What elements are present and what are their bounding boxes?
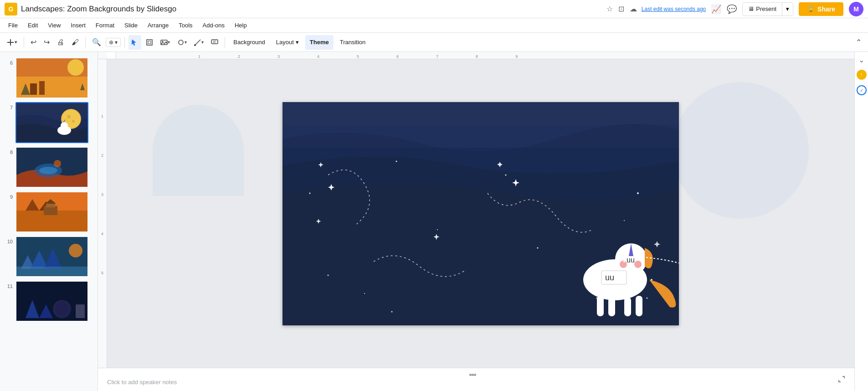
- slide-number-6: 6: [4, 60, 13, 66]
- svg-point-30: [39, 167, 57, 174]
- collapse-toolbar-btn[interactable]: ⌃: [853, 35, 864, 50]
- sidebar-expand-icon[interactable]: ⌄: [858, 56, 864, 64]
- star-icon[interactable]: ☆: [606, 5, 613, 13]
- svg-point-31: [54, 160, 61, 167]
- cloud-icon[interactable]: ☁: [630, 5, 637, 13]
- main-slide[interactable]: uu: [282, 102, 679, 325]
- svg-point-24: [72, 120, 75, 123]
- status-icon[interactable]: ✓: [857, 85, 867, 95]
- svg-point-60: [437, 229, 438, 230]
- svg-marker-2: [132, 40, 136, 46]
- comment-icon[interactable]: 💬: [727, 4, 737, 14]
- zoom-out-button[interactable]: 🔍: [89, 35, 104, 50]
- folder-icon[interactable]: ⊡: [618, 5, 624, 13]
- menu-arrange[interactable]: Arrange: [143, 20, 173, 31]
- menu-file[interactable]: File: [4, 20, 22, 31]
- slide-item-10[interactable]: 10: [0, 234, 98, 279]
- paint-format-button[interactable]: 🖌: [69, 35, 82, 50]
- last-edit[interactable]: Last edit was seconds ago: [642, 6, 706, 12]
- menu-view[interactable]: View: [43, 20, 65, 31]
- print-button[interactable]: 🖨: [54, 35, 67, 50]
- image-button[interactable]: ▾: [158, 35, 173, 50]
- comment-button[interactable]: [208, 35, 221, 50]
- menu-insert[interactable]: Insert: [66, 20, 90, 31]
- transition-btn[interactable]: Transition: [335, 35, 370, 50]
- menu-edit[interactable]: Edit: [23, 20, 42, 31]
- svg-rect-3: [147, 40, 152, 45]
- toolbar: ▾ ↩ ↪ 🖨 🖌 🔍 ⊕ ▾ ▾ ▾ ▾ Background Layout▾…: [0, 33, 868, 52]
- svg-rect-14: [16, 77, 88, 98]
- svg-rect-92: [636, 296, 642, 316]
- slide-number-8: 8: [4, 149, 13, 155]
- menu-bar: File Edit View Insert Format Slide Arran…: [0, 18, 868, 33]
- slide-item-8[interactable]: 8: [0, 145, 98, 190]
- present-button[interactable]: 🖥 Present: [743, 3, 782, 15]
- notes-area: Click to add speaker notes: [98, 368, 854, 391]
- notes-text[interactable]: Click to add speaker notes: [107, 379, 838, 386]
- slideshow-dropdown[interactable]: 🖥 Present ▾: [742, 2, 793, 16]
- frame-tool[interactable]: [143, 35, 156, 50]
- add-button[interactable]: ▾: [4, 35, 20, 50]
- main-area: 6 7: [0, 52, 868, 391]
- share-button[interactable]: 🔒 Share: [799, 2, 843, 16]
- shape-button[interactable]: ▾: [175, 35, 190, 50]
- line-button[interactable]: ▾: [191, 35, 206, 50]
- slide-thumb-9: [15, 191, 88, 232]
- slide-number-11: 11: [4, 283, 13, 289]
- select-tool[interactable]: [128, 35, 141, 50]
- slide-number-7: 7: [4, 105, 13, 110]
- app-icon: G: [5, 3, 17, 15]
- slide-canvas-area[interactable]: uu: [107, 59, 854, 368]
- monitor-icon: 🖥: [748, 5, 754, 12]
- slide-item-7[interactable]: 7: [0, 100, 98, 145]
- menu-tools[interactable]: Tools: [174, 20, 197, 31]
- svg-point-96: [391, 311, 393, 312]
- svg-line-8: [195, 40, 200, 45]
- slide-thumb-11: [15, 281, 88, 322]
- undo-button[interactable]: ↩: [28, 35, 39, 50]
- svg-rect-43: [16, 267, 88, 277]
- menu-addons[interactable]: Add-ons: [198, 20, 229, 31]
- svg-point-61: [624, 220, 625, 221]
- notes-expand-button[interactable]: [838, 376, 845, 384]
- ruler-container: 12345: [98, 59, 854, 368]
- svg-point-49: [56, 303, 68, 315]
- svg-point-44: [69, 244, 82, 257]
- zoom-level[interactable]: ⊕ ▾: [106, 38, 121, 47]
- redo-button[interactable]: ↪: [41, 35, 52, 50]
- menu-help[interactable]: Help: [230, 20, 252, 31]
- svg-text:uu: uu: [605, 273, 614, 282]
- svg-point-9: [194, 44, 196, 46]
- doc-title: Landscapes: Zoom Backgrounds by Slidesgo: [21, 5, 602, 14]
- present-dropdown-btn[interactable]: ▾: [782, 3, 793, 15]
- slide-thumb-10: [15, 236, 88, 277]
- slide-thumb-7: [15, 102, 88, 143]
- svg-rect-90: [608, 297, 615, 316]
- svg-rect-10: [211, 40, 218, 44]
- svg-rect-16: [39, 81, 45, 95]
- svg-rect-89: [597, 296, 604, 316]
- menu-slide[interactable]: Slide: [120, 20, 142, 31]
- theme-btn[interactable]: Theme: [305, 35, 334, 50]
- background-btn[interactable]: Background: [229, 35, 269, 50]
- slide-item-11[interactable]: 11: [0, 279, 98, 324]
- trend-icon[interactable]: 📈: [711, 4, 721, 14]
- svg-point-95: [647, 297, 648, 298]
- avatar[interactable]: M: [849, 2, 863, 16]
- svg-rect-37: [46, 204, 55, 207]
- svg-point-55: [396, 160, 397, 162]
- svg-point-97: [328, 274, 329, 276]
- editor-area: 123456789 12345: [98, 52, 854, 391]
- slide-item-6[interactable]: 6: [0, 56, 98, 100]
- svg-point-53: [505, 174, 507, 175]
- slide-item-9[interactable]: 9: [0, 190, 98, 234]
- svg-point-86: [634, 261, 642, 268]
- svg-point-57: [637, 192, 639, 194]
- slide-number-9: 9: [4, 194, 13, 200]
- menu-format[interactable]: Format: [91, 20, 119, 31]
- layout-btn[interactable]: Layout▾: [272, 35, 303, 50]
- notification-badge[interactable]: !: [857, 70, 867, 80]
- right-sidebar: ⌄ ! ✓: [854, 52, 868, 391]
- slide-number-10: 10: [4, 239, 13, 244]
- notes-dots[interactable]: [107, 374, 838, 376]
